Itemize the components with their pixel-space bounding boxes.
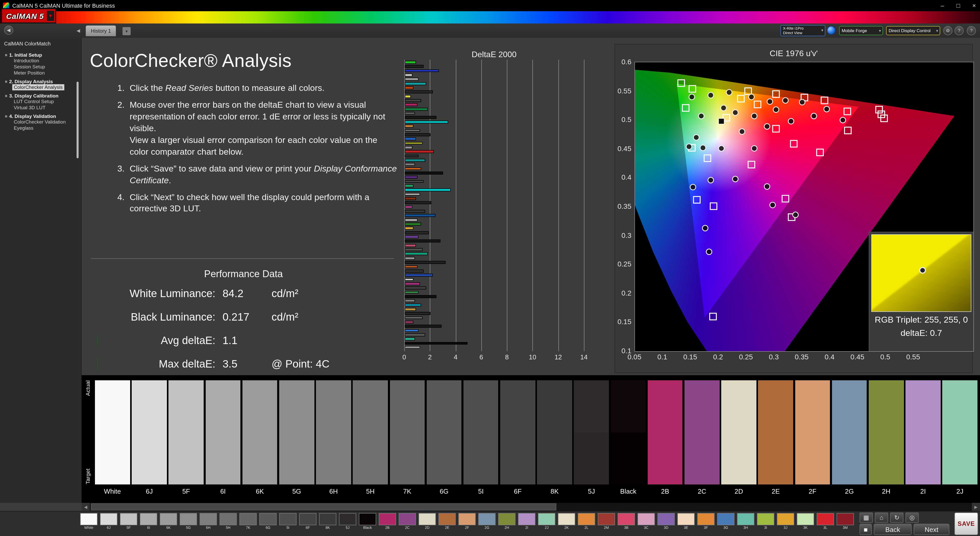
next-button[interactable]: Next	[914, 524, 950, 535]
mini-swatch-3c[interactable]: 3C	[637, 513, 655, 530]
mini-swatch-6h[interactable]: 6H	[199, 513, 218, 530]
swatch-patch-6k[interactable]	[242, 380, 277, 484]
back-button[interactable]: Back	[874, 524, 912, 535]
mini-swatch-3e[interactable]: 3E	[677, 513, 695, 530]
meter-status-icon[interactable]	[827, 26, 835, 35]
mini-swatch-3k[interactable]: 3K	[796, 513, 815, 530]
swatch-patch-2j[interactable]	[942, 380, 977, 484]
deltae-bar[interactable]	[405, 265, 417, 268]
help-button[interactable]: ?	[955, 26, 964, 35]
sidebar-section-1-initial-setup[interactable]: 1. Initial Setup	[5, 52, 81, 58]
mini-swatch-white[interactable]: White	[80, 513, 98, 530]
history-back-icon[interactable]: ◀	[76, 28, 80, 33]
swatch-patch-5h[interactable]	[353, 380, 388, 484]
mini-swatch-2b[interactable]: 2B	[378, 513, 396, 530]
mini-swatch-2g[interactable]: 2G	[478, 513, 496, 530]
deltae-bar[interactable]	[405, 325, 442, 328]
target-read-button[interactable]: ◎	[905, 512, 919, 523]
mini-swatch-2k[interactable]: 2K	[557, 513, 576, 530]
deltae-bar[interactable]	[405, 91, 433, 94]
deltae-bar[interactable]	[405, 235, 418, 239]
swatch-patch-6g[interactable]	[426, 380, 461, 484]
deltae-bar[interactable]	[405, 299, 415, 302]
swatch-patch-5j[interactable]	[574, 380, 609, 484]
sidebar-section-2-display-analysis[interactable]: 2. Display Analysis	[5, 79, 81, 84]
mini-swatch-2l[interactable]: 2L	[577, 513, 596, 530]
swatch-patch-2c[interactable]	[684, 380, 719, 484]
deltae-bar[interactable]	[405, 65, 424, 68]
sidebar-item-lut-control-setup[interactable]: LUT Control Setup	[12, 99, 56, 105]
deltae-bar[interactable]	[405, 308, 416, 311]
stop-button[interactable]: ■	[859, 524, 872, 535]
deltae-bar[interactable]	[405, 180, 424, 183]
mini-swatch-3h[interactable]: 3H	[737, 513, 755, 530]
maximize-button[interactable]: □	[956, 2, 960, 9]
sidebar-item-virtual-3d-lut[interactable]: Virtual 3D LUT	[12, 105, 47, 111]
layout-grid-button[interactable]: ▦	[859, 512, 873, 523]
scroll-left-button[interactable]: ◀	[82, 503, 90, 511]
deltae-bar[interactable]	[405, 103, 417, 107]
deltae-bar[interactable]	[405, 210, 425, 213]
mini-swatch-black[interactable]: Black	[358, 513, 377, 530]
mini-swatch-5h[interactable]: 5H	[219, 513, 237, 530]
swatch-patch-2d[interactable]	[721, 380, 756, 484]
history-dropdown-icon[interactable]: ▾	[123, 27, 130, 35]
swatch-patch-white[interactable]	[95, 380, 130, 484]
mini-swatch-3m[interactable]: 3M	[836, 513, 854, 530]
mini-swatch-6f[interactable]: 6F	[299, 513, 317, 530]
mini-swatch-3l[interactable]: 3L	[816, 513, 835, 530]
meter-dropdown[interactable]: X-Rite i1Pro Direct View ▾	[780, 25, 825, 36]
scroll-right-button[interactable]: ▶	[972, 503, 980, 511]
deltae-bar[interactable]	[405, 129, 420, 132]
deltae-bar[interactable]	[405, 304, 421, 307]
deltae-bar[interactable]	[405, 197, 416, 200]
calman-logo[interactable]: CalMAN 5 ▼	[1, 8, 56, 24]
swatch-patch-5f[interactable]	[169, 380, 204, 484]
mini-swatch-2e[interactable]: 2E	[438, 513, 456, 530]
mini-swatch-8k[interactable]: 8K	[318, 513, 337, 530]
deltae-bar[interactable]	[405, 159, 425, 162]
home-button[interactable]: ⌂	[875, 512, 888, 523]
deltae-bar[interactable]	[405, 137, 416, 140]
minimize-button[interactable]: –	[941, 2, 944, 9]
mini-swatch-3b[interactable]: 3B	[617, 513, 635, 530]
mini-swatch-2j[interactable]: 2J	[538, 513, 556, 530]
swatch-patch-6j[interactable]	[132, 380, 167, 484]
sidebar-item-introduction[interactable]: Introduction	[12, 58, 41, 64]
deltae-bar[interactable]	[405, 231, 429, 234]
deltae-bar[interactable]	[405, 257, 415, 260]
deltae-bar[interactable]	[405, 270, 424, 273]
deltae-bar[interactable]	[405, 172, 443, 175]
swatch-patch-5g[interactable]	[279, 380, 314, 484]
swatch-patch-2f[interactable]	[795, 380, 830, 484]
deltae-bar[interactable]	[405, 146, 412, 149]
deltae-bar[interactable]	[405, 108, 428, 111]
display-control-dropdown[interactable]: Direct Display Control ▾	[886, 26, 940, 35]
mini-swatch-2c[interactable]: 2C	[398, 513, 417, 530]
mini-swatch-5f[interactable]: 5F	[119, 513, 138, 530]
close-button[interactable]: ×	[972, 2, 976, 9]
mini-swatch-6j[interactable]: 6J	[100, 513, 118, 530]
refresh-button[interactable]: ↻	[890, 512, 904, 523]
horizontal-scrollbar[interactable]: ◀ ▶	[82, 503, 980, 511]
sidebar-section-4-display-validation[interactable]: 4. Display Validation	[5, 113, 81, 119]
deltae-bar[interactable]	[405, 286, 426, 289]
deltae-bar[interactable]	[405, 346, 420, 348]
deltae-bar[interactable]	[405, 86, 414, 89]
mini-swatch-6g[interactable]: 6G	[259, 513, 277, 530]
mini-swatch-5i[interactable]: 5I	[279, 513, 297, 530]
deltae-bar[interactable]	[405, 295, 437, 298]
deltae-bar[interactable]	[405, 214, 435, 217]
deltae-bar[interactable]	[405, 282, 420, 285]
swatch-patch-2i[interactable]	[905, 380, 940, 484]
deltae-bar[interactable]	[405, 333, 425, 336]
deltae-bar[interactable]	[405, 121, 448, 124]
mini-swatch-3g[interactable]: 3G	[717, 513, 735, 530]
deltae-bar[interactable]	[405, 274, 433, 277]
deltae-bar[interactable]	[405, 218, 417, 221]
mini-swatch-2d[interactable]: 2D	[418, 513, 436, 530]
mini-swatch-7k[interactable]: 7K	[239, 513, 257, 530]
settings-gear-button[interactable]: ⚙	[943, 26, 953, 35]
mini-swatch-2m[interactable]: 2M	[597, 513, 616, 530]
deltae-bar[interactable]	[405, 116, 437, 119]
